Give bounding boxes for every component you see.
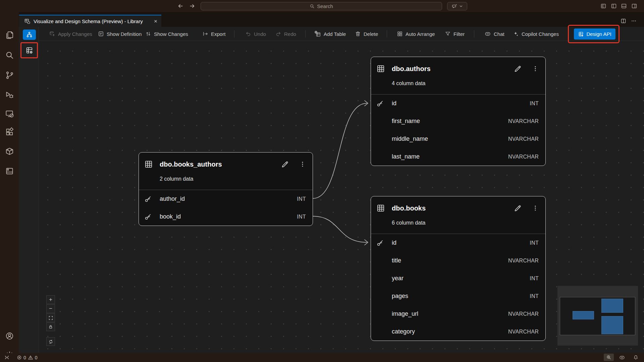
minimap-table-authors bbox=[601, 299, 623, 313]
search-view-icon[interactable] bbox=[5, 50, 14, 60]
export-button[interactable]: Export bbox=[202, 27, 225, 41]
apply-changes-label: Apply Changes bbox=[58, 31, 92, 37]
toolbar-separator bbox=[305, 30, 306, 38]
primary-key-icon bbox=[144, 195, 160, 203]
show-definition-button[interactable]: Show Definition bbox=[98, 27, 142, 41]
filter-button[interactable]: Filter bbox=[445, 27, 465, 41]
tab-strip: Visualize and Design Schema (Preview) - … bbox=[19, 12, 644, 27]
auto-arrange-icon bbox=[397, 31, 403, 37]
undo-button[interactable]: Undo bbox=[245, 27, 266, 41]
more-actions-icon[interactable] bbox=[631, 18, 637, 24]
table-card-books[interactable]: dbo.books 6 column data id INT title NVA… bbox=[371, 196, 546, 341]
schema-canvas[interactable]: dbo.books_authors 2 column data author_i… bbox=[39, 41, 644, 353]
database-projects-icon[interactable] bbox=[5, 166, 14, 176]
fit-view-button[interactable] bbox=[46, 313, 55, 322]
remote-indicator[interactable] bbox=[4, 353, 10, 362]
search-icon bbox=[310, 4, 315, 9]
warning-count: 0 bbox=[35, 355, 38, 360]
customize-layout-icon[interactable] bbox=[600, 3, 606, 9]
table-menu-button[interactable] bbox=[532, 205, 539, 212]
refresh-layout-button[interactable] bbox=[46, 337, 55, 346]
column-row[interactable]: image_url NVARCHAR bbox=[371, 305, 545, 323]
copilot-icon bbox=[484, 31, 491, 37]
explorer-icon[interactable] bbox=[5, 30, 14, 40]
edit-table-button[interactable] bbox=[514, 65, 522, 73]
lock-icon bbox=[48, 324, 53, 329]
column-type: NVARCHAR bbox=[508, 329, 539, 335]
toggle-primary-sidebar-icon[interactable] bbox=[611, 3, 617, 9]
add-table-button[interactable]: Add Table bbox=[315, 27, 346, 41]
split-editor-icon[interactable] bbox=[621, 18, 626, 24]
tab-close-icon[interactable]: × bbox=[154, 18, 157, 24]
trash-icon bbox=[355, 31, 361, 37]
export-label: Export bbox=[211, 31, 225, 37]
filter-label: Filter bbox=[453, 31, 465, 37]
copilot-chat-button[interactable] bbox=[447, 2, 467, 10]
remote-explorer-icon[interactable] bbox=[5, 109, 14, 118]
zoom-in-button[interactable]: + bbox=[46, 295, 55, 304]
column-row[interactable]: category NVARCHAR bbox=[371, 323, 545, 341]
account-icon[interactable] bbox=[5, 331, 14, 341]
table-menu-button[interactable] bbox=[532, 65, 539, 72]
run-debug-icon[interactable] bbox=[5, 90, 14, 100]
auto-arrange-button[interactable]: Auto Arrange bbox=[397, 27, 435, 41]
zoom-out-button[interactable]: − bbox=[46, 304, 55, 313]
table-grid-icon bbox=[376, 64, 392, 73]
nav-forward-button[interactable] bbox=[189, 0, 196, 12]
chevron-down-icon bbox=[459, 4, 463, 8]
delete-button[interactable]: Delete bbox=[355, 27, 378, 41]
toggle-panel-icon[interactable] bbox=[621, 3, 627, 9]
error-icon bbox=[17, 355, 22, 360]
copilot-changes-button[interactable]: Copilot Changes bbox=[513, 27, 559, 41]
column-row[interactable]: book_id INT bbox=[139, 208, 313, 226]
column-row[interactable]: first_name NVARCHAR bbox=[371, 112, 545, 130]
column-row[interactable]: title NVARCHAR bbox=[371, 252, 545, 269]
redo-button[interactable]: Redo bbox=[275, 27, 296, 41]
apply-changes-button[interactable]: Apply Changes bbox=[49, 27, 92, 41]
notifications-bell-icon[interactable] bbox=[633, 353, 639, 362]
table-card-authors[interactable]: dbo.authors 4 column data id INT first_n… bbox=[371, 57, 546, 166]
problems-indicator[interactable]: 0 0 bbox=[17, 353, 38, 362]
arrowhead-icon bbox=[365, 101, 368, 106]
tab-visualize-design-schema[interactable]: Visualize and Design Schema (Preview) - … bbox=[19, 15, 161, 27]
show-definition-icon bbox=[98, 31, 104, 37]
table-card-books-authors[interactable]: dbo.books_authors 2 column data author_i… bbox=[139, 152, 313, 226]
search-input[interactable]: Search bbox=[201, 2, 442, 10]
designer-side-column bbox=[19, 27, 39, 353]
design-api-button[interactable]: Design API bbox=[574, 28, 615, 40]
toggle-secondary-sidebar-icon[interactable] bbox=[631, 3, 637, 9]
arrowhead-icon bbox=[365, 240, 368, 245]
column-type: INT bbox=[297, 196, 306, 202]
table-designer-view-button[interactable] bbox=[25, 46, 34, 55]
schema-diagram-view-button[interactable] bbox=[23, 29, 36, 40]
table-menu-button[interactable] bbox=[299, 161, 306, 168]
column-row[interactable]: last_name NVARCHAR bbox=[371, 148, 545, 166]
edit-table-button[interactable] bbox=[514, 204, 522, 213]
error-count: 0 bbox=[23, 355, 26, 360]
column-row[interactable]: id INT bbox=[371, 95, 545, 112]
container-icon[interactable] bbox=[5, 146, 14, 156]
warning-icon bbox=[28, 355, 33, 360]
export-icon bbox=[202, 31, 208, 37]
edit-table-button[interactable] bbox=[281, 160, 289, 169]
column-row[interactable]: year INT bbox=[371, 269, 545, 287]
column-row[interactable]: id INT bbox=[371, 234, 545, 252]
minimap[interactable] bbox=[557, 286, 638, 346]
show-changes-button[interactable]: Show Changes bbox=[145, 27, 188, 41]
copilot-status-icon[interactable] bbox=[619, 353, 625, 362]
extensions-icon[interactable] bbox=[5, 127, 14, 136]
undo-label: Undo bbox=[254, 31, 266, 37]
zoom-status-button[interactable] bbox=[604, 354, 614, 361]
column-type: NVARCHAR bbox=[508, 154, 539, 160]
column-count-label: 4 column data bbox=[371, 80, 545, 94]
chat-button[interactable]: Chat bbox=[484, 27, 504, 41]
column-type: INT bbox=[297, 214, 306, 220]
column-row[interactable]: middle_name NVARCHAR bbox=[371, 130, 545, 148]
source-control-icon[interactable] bbox=[5, 70, 14, 80]
lock-button[interactable] bbox=[46, 322, 55, 331]
add-table-icon bbox=[315, 31, 321, 37]
nav-back-button[interactable] bbox=[177, 0, 184, 12]
column-row[interactable]: author_id INT bbox=[139, 190, 313, 208]
column-row[interactable]: pages INT bbox=[371, 287, 545, 305]
table-name: dbo.books_authors bbox=[160, 161, 222, 168]
